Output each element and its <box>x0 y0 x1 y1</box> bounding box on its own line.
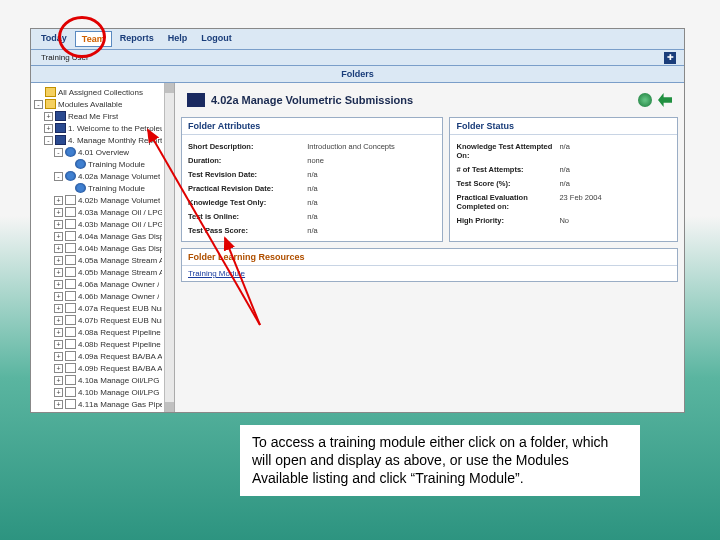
tree-item[interactable]: +4.06b Manage Owner / <box>34 290 162 302</box>
doc-icon <box>65 255 76 265</box>
attr-key: Test Score (%): <box>456 179 559 188</box>
doc-icon <box>65 267 76 277</box>
tree-expander[interactable]: + <box>54 400 63 409</box>
attr-row: Test Score (%):n/a <box>456 176 671 190</box>
attr-row: Practical Revision Date:n/a <box>188 181 436 195</box>
globe-icon <box>75 159 86 169</box>
tree-item[interactable]: +4.07a Request EUB Nun <box>34 302 162 314</box>
tree-item[interactable]: +4.08b Request Pipeline <box>34 338 162 350</box>
tree-item[interactable]: Training Module <box>34 182 162 194</box>
tree-item[interactable]: All Assigned Collections <box>34 86 162 98</box>
tree-expander[interactable]: - <box>54 148 63 157</box>
tree-expander[interactable]: + <box>54 304 63 313</box>
attr-row: High Priority:No <box>456 213 671 227</box>
menu-team[interactable]: Team <box>75 31 112 47</box>
tree-item[interactable]: Training Module <box>34 158 162 170</box>
tree-expander[interactable]: + <box>54 340 63 349</box>
attr-row: Test is Online:n/a <box>188 209 436 223</box>
menu-logout[interactable]: Logout <box>195 31 238 47</box>
tree-label: 4. Manage Monthly Report <box>68 136 162 145</box>
tree-item[interactable]: +4.04a Manage Gas Disp <box>34 230 162 242</box>
tree-label: 4.04a Manage Gas Disp <box>78 232 162 241</box>
attr-value: 23 Feb 2004 <box>559 193 671 211</box>
tree-expander[interactable]: + <box>54 232 63 241</box>
tree-expander[interactable]: + <box>54 316 63 325</box>
tree-item[interactable]: -4. Manage Monthly Report <box>34 134 162 146</box>
tree-expander[interactable]: + <box>54 352 63 361</box>
tree-expander[interactable]: + <box>54 244 63 253</box>
back-icon[interactable] <box>658 93 672 107</box>
tree-expander[interactable]: + <box>54 388 63 397</box>
tree-item[interactable]: +4.07b Request EUB Nun <box>34 314 162 326</box>
tree-item[interactable]: +4.03b Manage Oil / LPG <box>34 218 162 230</box>
tree-item[interactable]: +4.11a Manage Gas Pipe <box>34 398 162 410</box>
tree-expander[interactable]: + <box>44 124 53 133</box>
tree-item[interactable]: -Modules Available <box>34 98 162 110</box>
tree-item[interactable]: -4.01 Overview <box>34 146 162 158</box>
attr-key: Practical Revision Date: <box>188 184 307 193</box>
tree-expander[interactable]: + <box>54 280 63 289</box>
tree-expander[interactable]: + <box>54 292 63 301</box>
attr-row: # of Test Attempts:n/a <box>456 162 671 176</box>
tree-item[interactable]: +4.09b Request BA/BA A <box>34 362 162 374</box>
instruction-caption: To access a training module either click… <box>240 425 640 496</box>
main-menu-bar: Today Team Reports Help Logout <box>31 29 684 50</box>
tree-item[interactable]: +4.06a Manage Owner / <box>34 278 162 290</box>
tree-label: 4.10b Manage Oil/LPG <box>78 388 159 397</box>
tree-item[interactable]: +4.04b Manage Gas Disp <box>34 242 162 254</box>
tree-label: 4.09a Request BA/BA A <box>78 352 162 361</box>
attr-value: n/a <box>307 184 436 193</box>
tree-expander[interactable]: + <box>54 328 63 337</box>
attr-value: n/a <box>559 179 671 188</box>
tree-label: 4.03a Manage Oil / LPG <box>78 208 162 217</box>
tree-item[interactable]: -4.02a Manage Volumet <box>34 170 162 182</box>
doc-icon <box>65 279 76 289</box>
training-module-link[interactable]: Training Module <box>188 269 245 278</box>
tree-expander[interactable]: - <box>54 172 63 181</box>
tree-item[interactable]: +1. Welcome to the Petroleu <box>34 122 162 134</box>
tree-expander[interactable]: - <box>34 100 43 109</box>
attr-row: Short Description:Introduction and Conce… <box>188 139 436 153</box>
tree-expander[interactable]: + <box>54 256 63 265</box>
globe-icon[interactable] <box>638 93 652 107</box>
tree-label: 4.11a Manage Gas Pipe <box>78 400 162 409</box>
attr-key: Knowledge Test Only: <box>188 198 307 207</box>
doc-icon <box>65 291 76 301</box>
tree-expander[interactable]: - <box>44 136 53 145</box>
tree-label: 4.06a Manage Owner / <box>78 280 159 289</box>
attr-value: Introduction and Concepts <box>307 142 436 151</box>
sidebar-scrollbar[interactable] <box>164 83 174 412</box>
tree-item[interactable]: +4.10b Manage Oil/LPG <box>34 386 162 398</box>
tree-expander[interactable]: + <box>54 208 63 217</box>
attr-value: none <box>307 156 436 165</box>
tree-expander[interactable]: + <box>44 112 53 121</box>
globe-icon <box>65 147 76 157</box>
tree-item[interactable]: +4.02b Manage Volumet <box>34 194 162 206</box>
menu-reports[interactable]: Reports <box>114 31 160 47</box>
attr-row: Practical Evaluation Completed on:23 Feb… <box>456 190 671 213</box>
tree-expander[interactable]: + <box>54 364 63 373</box>
doc-icon <box>65 375 76 385</box>
tree-item[interactable]: +4.03a Manage Oil / LPG <box>34 206 162 218</box>
tree-label: 4.04b Manage Gas Disp <box>78 244 162 253</box>
doc-icon <box>65 327 76 337</box>
menu-help[interactable]: Help <box>162 31 194 47</box>
tree-item[interactable]: +4.05a Manage Stream A <box>34 254 162 266</box>
tree-item[interactable]: +Read Me First <box>34 110 162 122</box>
attr-key: Knowledge Test Attempted On: <box>456 142 559 160</box>
tree-label: Read Me First <box>68 112 118 121</box>
tree-item[interactable]: +4.10a Manage Oil/LPG <box>34 374 162 386</box>
menu-today[interactable]: Today <box>35 31 73 47</box>
attr-value: n/a <box>559 142 671 160</box>
tree-label: 4.07b Request EUB Nun <box>78 316 162 325</box>
tree-item[interactable]: +4.08a Request Pipeline <box>34 326 162 338</box>
tree-expander[interactable]: + <box>54 220 63 229</box>
tree-expander[interactable]: + <box>54 268 63 277</box>
tree-expander[interactable]: + <box>54 196 63 205</box>
doc-icon <box>65 195 76 205</box>
add-icon[interactable]: ✚ <box>664 52 676 64</box>
training-user-tab[interactable]: Training User <box>35 51 95 64</box>
tree-item[interactable]: +4.09a Request BA/BA A <box>34 350 162 362</box>
tree-expander[interactable]: + <box>54 376 63 385</box>
tree-item[interactable]: +4.05b Manage Stream A <box>34 266 162 278</box>
